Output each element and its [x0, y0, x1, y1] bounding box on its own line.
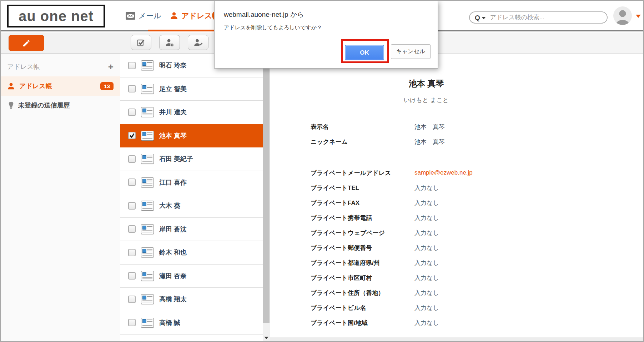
dialog-message: アドレスを削除してもよろしいですか？ [224, 24, 322, 31]
detail-private-fields: プライベートメールアドレス sample@ezweb.ne.jp プライベートT… [311, 165, 629, 330]
field-value: 池本 真琴 [414, 138, 445, 146]
select-all-button[interactable] [131, 35, 151, 50]
scrollbar-thumb[interactable] [263, 54, 270, 323]
detail-contact-name: 池本 真琴 [305, 78, 547, 89]
detail-field-row: プライベートTEL 入力なし [311, 180, 629, 195]
person-edit-icon [193, 38, 203, 47]
search-options-caret-icon[interactable] [482, 17, 485, 19]
field-label: プライベートウェブページ [311, 229, 414, 237]
field-label: 表示名 [311, 123, 414, 131]
field-value: 入力なし [414, 244, 439, 252]
webmail-app: au one net メール アドレス帳 Q [0, 0, 644, 342]
field-label: プライベート市区町村 [311, 274, 414, 282]
search-icon[interactable]: Q [475, 14, 480, 21]
detail-field-row: 表示名 池本 真琴 [311, 119, 629, 134]
detail-field-row: プライベート郵便番号 入力なし [311, 240, 629, 255]
sidebar-toolbar [1, 32, 120, 54]
search-box[interactable]: Q [469, 11, 608, 24]
detail-field-row: プライベート市区町村 入力なし [311, 270, 629, 285]
contact-row[interactable]: 江口 喜作 [120, 171, 263, 195]
detail-field-row: プライベート都道府県/州 入力なし [311, 255, 629, 270]
row-checkbox[interactable] [128, 296, 136, 303]
avatar[interactable] [613, 6, 632, 25]
mail-envelope-icon [126, 12, 135, 20]
contact-rows: 明石 玲奈 足立 智美 井川 達夫 池本 真琴 [120, 54, 263, 341]
contact-name: 大木 葵 [159, 201, 180, 210]
field-value: 入力なし [414, 259, 439, 267]
sidebar-item-address-book[interactable]: アドレス帳 13 [1, 76, 120, 96]
row-checkbox[interactable] [128, 85, 136, 92]
row-checkbox[interactable] [128, 109, 136, 116]
contact-detail-panel: 池本 真琴 いけもと まこと 表示名 池本 真琴 ニックネーム 池本 真琴 プラ… [270, 32, 643, 341]
detail-field-row: プライベート国/地域 入力なし [311, 315, 629, 330]
dialog-source: webmail.auone-net.jp から [224, 10, 304, 19]
field-label: プライベート国/地域 [311, 319, 414, 327]
row-checkbox-checked[interactable] [128, 132, 136, 139]
contact-card-icon [141, 60, 154, 70]
checkbox-check-icon [136, 38, 146, 47]
account-menu-caret-icon[interactable] [636, 15, 641, 18]
contact-row[interactable]: 高橋 誠 [120, 311, 263, 335]
email-link[interactable]: sample@ezweb.ne.jp [414, 169, 473, 176]
detail-field-row: プライベート携帯電話 入力なし [311, 210, 629, 225]
field-label: プライベート郵便番号 [311, 244, 414, 252]
field-value: 入力なし [414, 274, 439, 282]
detail-field-row: プライベートウェブページ 入力なし [311, 225, 629, 240]
contact-card-icon [141, 84, 154, 94]
row-checkbox[interactable] [128, 62, 136, 69]
contact-card-icon [141, 201, 154, 211]
contact-row[interactable]: 岸田 蒼汰 [120, 218, 263, 241]
detail-field-row: プライベートメールアドレス sample@ezweb.ne.jp [311, 165, 629, 180]
contact-name: 井川 達夫 [159, 108, 187, 116]
contact-name: 高橋 誠 [159, 318, 180, 327]
search-input[interactable] [489, 14, 598, 21]
field-value: 池本 真琴 [414, 123, 445, 131]
row-checkbox[interactable] [128, 155, 136, 163]
contact-card-icon [141, 154, 154, 164]
row-checkbox[interactable] [128, 249, 136, 256]
field-value: 入力なし [414, 229, 439, 237]
detail-field-row: プライベート住所（番地） 入力なし [311, 285, 629, 300]
detail-bottom-strip [270, 337, 643, 341]
contact-card-icon [141, 247, 154, 257]
row-checkbox[interactable] [128, 202, 136, 210]
field-value: 入力なし [414, 184, 439, 192]
contact-row[interactable]: 足立 智美 [120, 77, 263, 101]
contact-row[interactable]: 石田 美紀子 [120, 147, 263, 171]
row-checkbox[interactable] [128, 225, 136, 233]
detail-contact-furigana: いけもと まこと [305, 96, 547, 104]
list-scrollbar[interactable] [263, 54, 270, 341]
contact-row[interactable]: 鈴木 和也 [120, 241, 263, 265]
cancel-button[interactable]: キャンセル [391, 44, 431, 59]
edit-contact-button[interactable] [188, 35, 208, 50]
contact-row[interactable]: 井川 達夫 [120, 101, 263, 124]
contact-name: 足立 智美 [159, 85, 187, 93]
contact-row[interactable]: 大木 葵 [120, 194, 263, 218]
field-label: プライベートメールアドレス [311, 169, 414, 177]
contact-card-icon [141, 107, 154, 117]
contact-name: 明石 玲奈 [159, 61, 187, 70]
sidebar-item-label: アドレス帳 [19, 82, 52, 90]
tab-address-book[interactable]: アドレス帳 [170, 11, 220, 21]
contact-count-badge: 13 [100, 82, 114, 90]
row-checkbox[interactable] [128, 272, 136, 280]
add-contact-button[interactable] [159, 35, 180, 50]
field-label: プライベートビル名 [311, 304, 414, 312]
contact-row-selected[interactable]: 池本 真琴 [120, 124, 263, 148]
contact-card-icon [141, 318, 154, 328]
contact-row[interactable]: 高橋 翔太 [120, 288, 263, 311]
sidebar-item-unregistered-history[interactable]: 未登録の送信履歴 [1, 96, 120, 115]
compose-button[interactable] [9, 35, 44, 51]
add-group-button[interactable]: + [108, 62, 114, 71]
row-checkbox[interactable] [128, 178, 136, 186]
contact-card-icon [141, 131, 154, 141]
contact-row[interactable]: 瀬田 杏奈 [120, 265, 263, 288]
chevron-down-icon [264, 337, 268, 339]
pencil-icon [22, 39, 31, 47]
person-icon [170, 11, 178, 20]
tab-mail[interactable]: メール [126, 11, 161, 21]
ok-button[interactable]: OK [345, 45, 384, 60]
scrollbar-down-button[interactable] [263, 334, 270, 341]
row-checkbox[interactable] [128, 319, 136, 326]
person-add-icon [165, 38, 175, 47]
